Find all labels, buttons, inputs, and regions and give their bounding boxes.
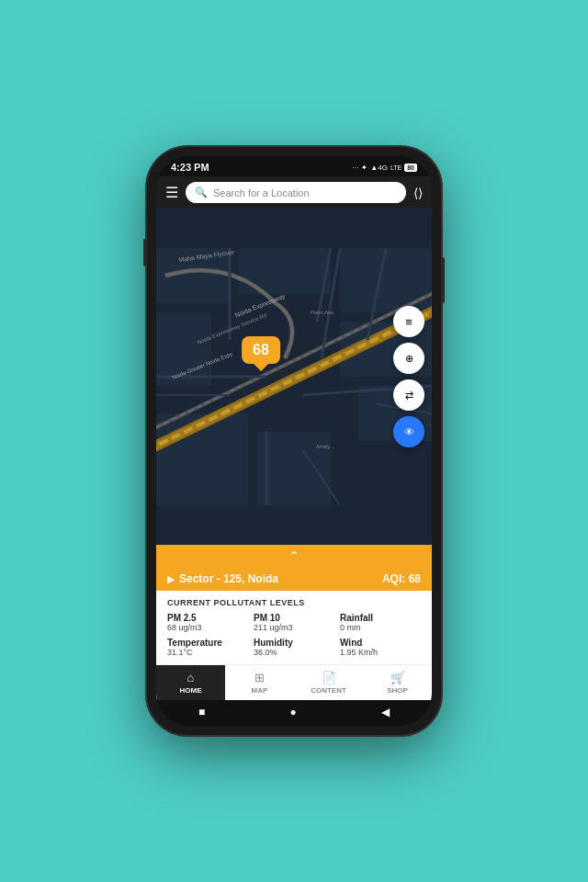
map-controls: ≡ ⊕ ⇄ 👁 — [393, 306, 424, 447]
nav-item-map[interactable]: ⊞ MAP — [225, 665, 294, 700]
wind-value: 1.95 Km/h — [340, 648, 421, 657]
layers-icon: ≡ — [405, 315, 413, 329]
nav-item-home[interactable]: ⌂ HOME — [156, 665, 225, 700]
pollutant-rainfall: Rainfall 0 mm — [340, 613, 421, 632]
pollutants-section: CURRENT POLLUTANT LEVELS PM 2.5 68 ug/m3… — [156, 591, 432, 664]
layers-button[interactable]: ≡ — [393, 306, 424, 337]
temp-label: Temperature — [167, 638, 248, 648]
temp-value: 31.1°C — [167, 648, 248, 657]
phone-device: 4:23 PM ··· ✦ ▲4G LTE 80 ☰ 🔍 Search for … — [147, 147, 441, 735]
rainfall-label: Rainfall — [340, 613, 421, 623]
svg-rect-3 — [340, 248, 432, 312]
svg-rect-8 — [257, 432, 331, 505]
wind-label: Wind — [340, 638, 421, 648]
info-panel: ▶ Sector - 125, Noida AQI: 68 CURRENT PO… — [156, 567, 432, 664]
humidity-value: 36.0% — [254, 648, 334, 657]
map-icon: ⊞ — [254, 671, 265, 684]
pollutant-temperature: Temperature 31.1°C — [167, 638, 248, 657]
lte-icon: LTE — [390, 164, 401, 171]
route-button[interactable]: ⇄ — [393, 379, 424, 411]
pm25-label: PM 2.5 — [167, 613, 248, 623]
chevron-up-icon: ⌃ — [288, 548, 300, 563]
pm10-value: 211 ug/m3 — [254, 623, 334, 632]
route-icon: ⇄ — [405, 390, 413, 401]
pm25-value: 68 ug/m3 — [167, 623, 248, 632]
view-button[interactable]: 👁 — [393, 416, 424, 447]
nav-item-shop[interactable]: 🛒 SHOP — [363, 665, 432, 700]
battery-icon: 80 — [404, 164, 417, 172]
content-label: CONTENT — [311, 686, 346, 695]
pollutant-pm25: PM 2.5 68 ug/m3 — [167, 613, 248, 632]
stack-icon: ⊕ — [405, 353, 413, 365]
view-icon: 👁 — [404, 426, 414, 437]
aqi-display: AQI: 68 — [382, 572, 421, 585]
stack-button[interactable]: ⊕ — [393, 343, 424, 374]
search-icon: 🔍 — [195, 187, 208, 198]
chevron-bar[interactable]: ⌃ — [156, 545, 432, 567]
android-square-btn[interactable]: ■ — [198, 706, 205, 718]
navigation-icon: ▶ — [167, 574, 175, 584]
humidity-label: Humidity — [254, 638, 334, 648]
phone-screen: 4:23 PM ··· ✦ ▲4G LTE 80 ☰ 🔍 Search for … — [156, 156, 432, 726]
map-area[interactable]: Maha Maya Flyover Noida Expressway Noida… — [156, 209, 432, 545]
shop-icon: 🛒 — [390, 671, 405, 684]
map-label-nav: MAP — [252, 686, 268, 695]
map-label-palm: Palm Ave — [311, 310, 334, 315]
pollutant-wind: Wind 1.95 Km/h — [340, 638, 421, 657]
android-back-btn[interactable]: ◀ — [381, 706, 390, 718]
hamburger-icon[interactable]: ☰ — [165, 184, 178, 201]
signal-dots: ··· — [353, 164, 359, 172]
pollutant-humidity: Humidity 36.0% — [254, 638, 334, 657]
pollutants-title: CURRENT POLLUTANT LEVELS — [167, 598, 421, 607]
bluetooth-icon: ✦ — [361, 164, 368, 172]
pollutant-pm10: PM 10 211 ug/m3 — [254, 613, 334, 632]
location-row: ▶ Sector - 125, Noida AQI: 68 — [156, 567, 432, 591]
home-label: HOME — [180, 686, 202, 695]
aqi-marker[interactable]: 68 — [242, 336, 280, 364]
location-name: ▶ Sector - 125, Noida — [167, 572, 278, 585]
map-label-amity: Amity... — [316, 444, 334, 449]
nav-item-content[interactable]: 📄 CONTENT — [294, 665, 363, 700]
signal-bars: ▲4G — [370, 164, 388, 172]
android-nav: ■ ● ◀ — [156, 700, 432, 726]
content-icon: 📄 — [322, 671, 336, 684]
rainfall-value: 0 mm — [340, 623, 421, 632]
pm10-label: PM 10 — [254, 613, 334, 623]
android-circle-btn[interactable]: ● — [289, 706, 296, 718]
status-bar: 4:23 PM ··· ✦ ▲4G LTE 80 — [156, 156, 432, 176]
top-bar: ☰ 🔍 Search for a Location ⟨⟩ — [156, 176, 432, 209]
search-box[interactable]: 🔍 Search for a Location — [186, 182, 406, 203]
pollutants-grid: PM 2.5 68 ug/m3 PM 10 211 ug/m3 Rainfall… — [167, 613, 421, 657]
search-placeholder: Search for a Location — [213, 187, 310, 198]
status-time: 4:23 PM — [171, 162, 209, 173]
share-icon[interactable]: ⟨⟩ — [413, 186, 423, 200]
home-icon: ⌂ — [187, 671, 195, 684]
status-icons: ··· ✦ ▲4G LTE 80 — [353, 164, 417, 172]
shop-label: SHOP — [387, 686, 408, 695]
bottom-nav: ⌂ HOME ⊞ MAP 📄 CONTENT 🛒 SHOP — [156, 664, 432, 700]
